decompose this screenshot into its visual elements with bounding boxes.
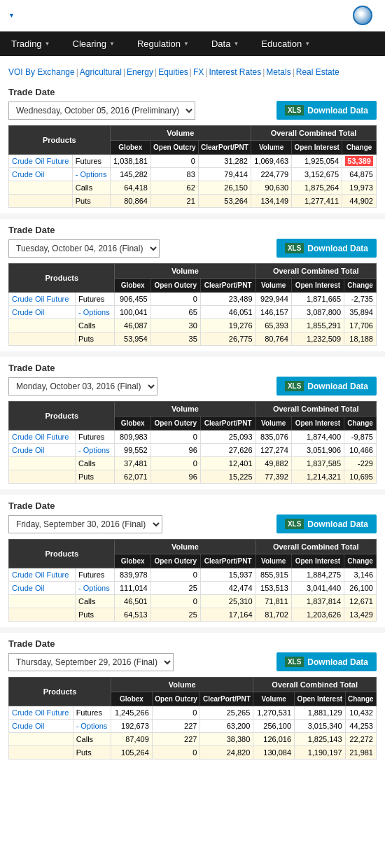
col-clearport: ClearPort/PNT xyxy=(200,416,255,430)
cell-product xyxy=(9,595,76,608)
cell-product[interactable]: Crude Oil xyxy=(9,444,76,457)
subnav-voi[interactable]: VOI By Exchange xyxy=(8,67,75,77)
section-2: Trade DateMonday, October 03, 2016 (Fina… xyxy=(0,357,385,489)
cell-1: 30 xyxy=(150,319,200,332)
trade-date-label: Trade Date xyxy=(8,87,377,97)
cell-type: - Options xyxy=(76,582,115,595)
cell-product xyxy=(9,457,76,470)
col-open_outcry: Open Outcry xyxy=(150,416,200,430)
col-globex: Globex xyxy=(111,692,153,706)
subnav-energy[interactable]: Energy xyxy=(127,67,153,77)
cell-2: 27,626 xyxy=(200,444,255,457)
cell-3: 81,702 xyxy=(255,608,291,622)
cell-4: 1,190,197 xyxy=(295,746,346,760)
cell-product[interactable]: Crude Oil Future xyxy=(9,430,76,444)
cell-type: Futures xyxy=(76,293,115,306)
cell-5: -229 xyxy=(344,457,377,470)
section-1: Trade DateTuesday, October 04, 2016 (Fin… xyxy=(0,219,385,351)
cell-1: 21 xyxy=(150,195,198,208)
cell-3: 1,270,531 xyxy=(253,706,295,720)
xls-icon: XLS xyxy=(285,657,304,667)
data-table: ProductsVolumeOverall Combined TotalGlob… xyxy=(8,263,377,346)
cell-3: 134,149 xyxy=(251,195,291,208)
nav-education[interactable]: Education xyxy=(250,31,321,56)
cell-2: 25,265 xyxy=(200,706,253,720)
cell-4: 1,884,275 xyxy=(291,568,344,582)
products-header: Products xyxy=(9,126,111,155)
download-button[interactable]: XLS Download Data xyxy=(276,239,377,258)
date-select[interactable]: Thursday, September 29, 2016 (Final) xyxy=(8,653,174,671)
trade-date-row: Wednesday, October 05, 2016 (Preliminary… xyxy=(8,101,377,120)
download-button[interactable]: XLS Download Data xyxy=(276,377,377,396)
date-select[interactable]: Tuesday, October 04, 2016 (Final) xyxy=(8,239,160,258)
trade-date-label: Trade Date xyxy=(8,225,377,235)
cell-4: 1,925,054 xyxy=(292,155,342,168)
overall-header: Overall Combined Total xyxy=(253,678,377,692)
col-globex: Globex xyxy=(115,554,150,568)
cell-2: 15,225 xyxy=(200,470,255,484)
col-vol: Volume xyxy=(253,692,295,706)
overall-header: Overall Combined Total xyxy=(255,264,376,279)
cell-product[interactable]: Crude Oil xyxy=(9,582,76,595)
download-button[interactable]: XLS Download Data xyxy=(276,652,377,671)
cell-1: 0 xyxy=(150,595,200,608)
cell-product[interactable]: Crude Oil xyxy=(9,720,74,733)
nav-trading[interactable]: Trading xyxy=(0,31,62,56)
cell-0: 192,673 xyxy=(111,720,153,733)
overall-header: Overall Combined Total xyxy=(255,540,376,554)
cell-product[interactable]: Crude Oil Future xyxy=(9,568,76,582)
nav-regulation[interactable]: Regulation xyxy=(126,31,200,56)
trade-date-row: Friday, September 30, 2016 (Final)XLS Do… xyxy=(8,514,377,533)
trade-date-label: Trade Date xyxy=(8,500,377,511)
download-button[interactable]: XLS Download Data xyxy=(276,101,377,120)
col-change: Change xyxy=(344,279,377,293)
section-3: Trade DateFriday, September 30, 2016 (Fi… xyxy=(0,495,385,627)
subnav-interest-rates[interactable]: Interest Rates xyxy=(209,67,261,77)
cell-2: 42,474 xyxy=(200,582,255,595)
date-select[interactable]: Friday, September 30, 2016 (Final) xyxy=(8,515,162,533)
nav-clearing[interactable]: Clearing xyxy=(62,31,126,56)
cell-product[interactable]: Crude Oil Future xyxy=(9,293,76,306)
xls-icon: XLS xyxy=(285,381,304,391)
cell-4: 1,203,626 xyxy=(291,608,344,622)
cell-4: 1,837,585 xyxy=(291,457,344,470)
cell-5: 10,695 xyxy=(344,470,377,484)
cell-0: 105,264 xyxy=(111,746,153,760)
date-select[interactable]: Monday, October 03, 2016 (Final) xyxy=(8,377,158,396)
overall-header: Overall Combined Total xyxy=(251,126,376,141)
table-row: Calls87,40922738,380126,0161,825,14322,2… xyxy=(9,733,377,746)
cell-3: 929,944 xyxy=(255,293,291,306)
download-button[interactable]: XLS Download Data xyxy=(276,514,377,533)
cell-5: -2,735 xyxy=(344,293,377,306)
cell-product xyxy=(9,319,76,332)
cell-product[interactable]: Crude Oil Future xyxy=(9,155,73,168)
cell-4: 3,051,906 xyxy=(291,444,344,457)
date-select[interactable]: Wednesday, October 05, 2016 (Preliminary… xyxy=(8,102,195,120)
cell-type: - Options xyxy=(73,720,111,733)
subnav-equities[interactable]: Equities xyxy=(158,67,188,77)
login-button[interactable] xyxy=(8,12,15,19)
nav-data[interactable]: Data xyxy=(200,31,250,56)
cell-2: 23,489 xyxy=(200,293,255,306)
subnav-real-estate[interactable]: Real Estate xyxy=(296,67,340,77)
cell-type: Puts xyxy=(76,332,115,346)
cell-5: 17,706 xyxy=(344,319,377,332)
cell-2: 31,282 xyxy=(198,155,251,168)
cell-4: 3,152,675 xyxy=(292,168,342,181)
subnav-agricultural[interactable]: Agricultural xyxy=(80,67,122,77)
logo-globe-icon xyxy=(353,6,372,25)
table-row: Crude Oil FutureFutures906,455023,489929… xyxy=(9,293,377,306)
cell-type: Puts xyxy=(76,470,115,484)
products-header: Products xyxy=(9,678,111,706)
col-globex: Globex xyxy=(115,416,150,430)
subnav-metals[interactable]: Metals xyxy=(266,67,290,77)
cell-0: 99,552 xyxy=(115,444,150,457)
col-vol: Volume xyxy=(251,141,291,155)
volume-header: Volume xyxy=(111,678,253,692)
subnav-fx[interactable]: FX xyxy=(193,67,204,77)
cell-product[interactable]: Crude Oil xyxy=(9,168,73,181)
cell-product[interactable]: Crude Oil xyxy=(9,306,76,319)
col-globex: Globex xyxy=(110,141,150,155)
table-row: Crude Oil FutureFutures1,038,181031,2821… xyxy=(9,155,377,168)
cell-product[interactable]: Crude Oil Future xyxy=(9,706,74,720)
